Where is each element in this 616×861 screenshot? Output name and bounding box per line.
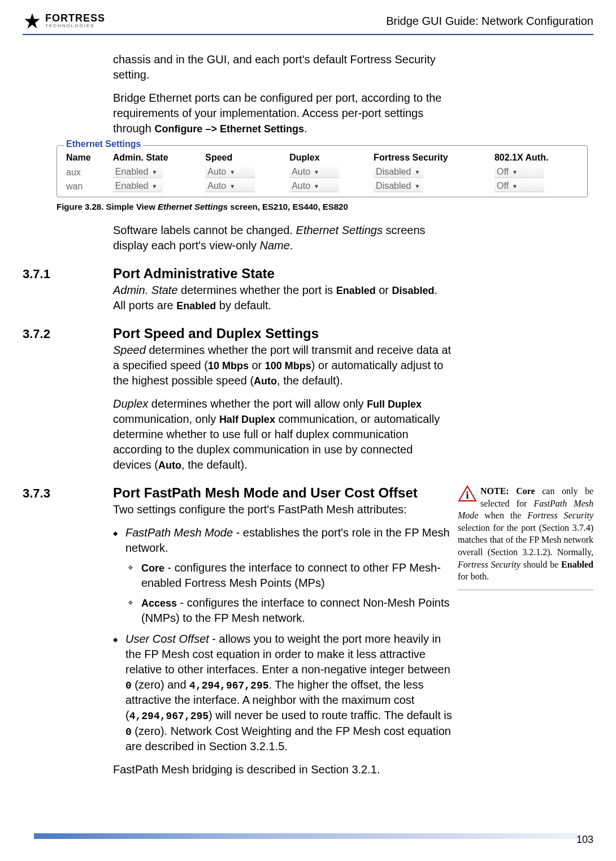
after-figure-paragraph: Software labels cannot be changed. Ether…: [113, 223, 452, 253]
table-row: wan Enabled▼ Auto▼ Auto▼ Disabled▼ Off▼: [63, 179, 582, 193]
info-warning-icon: i: [458, 485, 477, 505]
admin-state-dropdown[interactable]: Enabled▼: [113, 166, 163, 178]
port-name-cell: wan: [63, 179, 110, 193]
footer-gradient-bar: [34, 833, 582, 839]
chevron-down-icon: ▼: [229, 183, 235, 189]
duplex-dropdown[interactable]: Auto▼: [289, 166, 339, 178]
section-title: Port Administrative State: [113, 266, 275, 282]
chevron-down-icon: ▼: [151, 169, 157, 175]
page-number: 103: [576, 834, 593, 846]
chevron-down-icon: ▼: [229, 169, 235, 175]
margin-note: i NOTE: Core can only be selected for Fa…: [458, 485, 593, 590]
svg-text:i: i: [466, 490, 468, 501]
speed-dropdown[interactable]: Auto▼: [205, 166, 255, 178]
groupbox-label: Ethernet Settings: [64, 139, 143, 149]
duplex-dropdown[interactable]: Auto▼: [289, 180, 339, 192]
svg-marker-0: [24, 13, 40, 28]
port-name-cell: aux: [63, 165, 110, 179]
section-number: 3.7.3: [23, 486, 113, 501]
section-title: Port Speed and Duplex Settings: [113, 326, 319, 341]
list-item: Access - configures the interface to con…: [141, 595, 453, 626]
sub-bullet-list: Core - configures the interface to conne…: [125, 560, 453, 626]
list-item: Core - configures the interface to conne…: [141, 560, 453, 591]
section-number: 3.7.2: [23, 327, 113, 341]
ethernet-settings-screenshot: Ethernet Settings Name Admin. State Spee…: [57, 145, 588, 197]
figure-caption: Figure 3.28. Simple View Ethernet Settin…: [57, 202, 576, 211]
list-item: User Cost Offset - allows you to weight …: [125, 631, 453, 754]
auth-dropdown[interactable]: Off▼: [494, 180, 544, 192]
section-372-p1: Speed determines whether the port will t…: [113, 343, 452, 388]
admin-state-dropdown[interactable]: Enabled▼: [113, 180, 163, 192]
list-item: FastPath Mesh Mode - establishes the por…: [125, 525, 453, 626]
chevron-down-icon: ▼: [512, 183, 518, 189]
intro-paragraph-2: Bridge Ethernet ports can be configured …: [113, 90, 452, 136]
chevron-down-icon: ▼: [314, 183, 319, 189]
bullet-list: FastPath Mesh Mode - establishes the por…: [113, 525, 453, 754]
page-header: FORTRESS TECHNOLOGIES Bridge GUI Guide: …: [23, 11, 593, 35]
chevron-down-icon: ▼: [414, 183, 420, 189]
chevron-down-icon: ▼: [314, 169, 319, 175]
fortress-logo-icon: [23, 11, 42, 31]
table-header-row: Name Admin. State Speed Duplex Fortress …: [63, 150, 582, 165]
chevron-down-icon: ▼: [414, 169, 420, 175]
document-title: Bridge GUI Guide: Network Configuration: [386, 15, 593, 28]
section-373-outro: FastPath Mesh bridging is described in S…: [113, 762, 452, 777]
logo: FORTRESS TECHNOLOGIES: [23, 11, 105, 31]
section-371-body: Admin. State determines whether the port…: [113, 283, 452, 313]
section-373-intro: Two settings configure the port's FastPa…: [113, 502, 452, 517]
speed-dropdown[interactable]: Auto▼: [205, 180, 255, 192]
chevron-down-icon: ▼: [151, 183, 157, 189]
logo-text: FORTRESS: [45, 14, 105, 23]
table-row: aux Enabled▼ Auto▼ Auto▼ Disabled▼ Off▼: [63, 165, 582, 179]
auth-dropdown[interactable]: Off▼: [494, 166, 544, 178]
ethernet-settings-table: Name Admin. State Speed Duplex Fortress …: [63, 150, 582, 193]
section-title: Port FastPath Mesh Mode and User Cost Of…: [113, 485, 418, 501]
security-dropdown[interactable]: Disabled▼: [374, 166, 423, 178]
section-number: 3.7.1: [23, 267, 113, 282]
chevron-down-icon: ▼: [512, 169, 518, 175]
section-372-p2: Duplex determines whether the port will …: [113, 396, 452, 473]
security-dropdown[interactable]: Disabled▼: [374, 180, 423, 192]
intro-paragraph-1: chassis and in the GUI, and each port's …: [113, 52, 452, 83]
